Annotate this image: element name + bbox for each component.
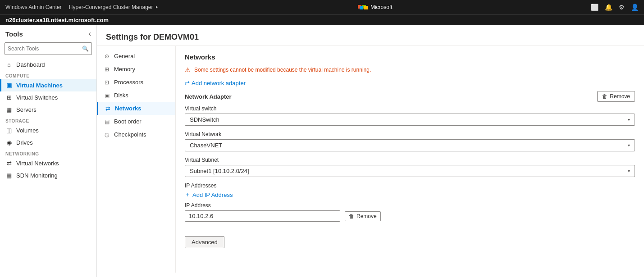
sidebar-item-label-volumes: Volumes <box>16 127 39 134</box>
topbar: Windows Admin Center Hyper-Converged Clu… <box>0 0 644 14</box>
sidebar-item-label-servers: Servers <box>16 106 37 113</box>
sidebar: Tools ‹ 🔍 ⌂ Dashboard COMPUTE ▣ Virtual … <box>0 25 97 277</box>
networks-section-title: Networks <box>185 53 635 61</box>
virtual-subnet-dropdown[interactable]: Subnet1 [10.10.2.0/24] ▾ <box>185 165 635 177</box>
virtual-network-value: ChaseVNET <box>190 142 222 149</box>
sidebar-item-volumes[interactable]: ◫ Volumes <box>0 124 96 137</box>
virtual-switch-field: Virtual switch SDNSwitch ▾ <box>185 105 635 126</box>
ip-row: IP Address 🗑 Remove <box>185 202 635 222</box>
nav-item-processors[interactable]: ⊡ Processors <box>97 76 175 89</box>
ip-addresses-label: IP Addresses <box>185 182 635 189</box>
chevron-down-icon-2: ▾ <box>628 143 630 148</box>
settings-nav: ⊙ General ⊞ Memory ⊡ Processors ▣ Disks … <box>97 46 176 273</box>
settings-page-title: Settings for DEMOVM01 <box>106 32 199 41</box>
cluster-hostname: n26cluster.sa18.nttest.microsoft.com <box>5 17 109 23</box>
add-network-adapter-link[interactable]: ⇄ Add network adapter <box>185 80 635 87</box>
chevron-down-icon-3: ▾ <box>628 169 630 173</box>
virtual-subnet-label: Virtual Subnet <box>185 157 635 163</box>
storage-section-label: STORAGE <box>0 116 96 124</box>
remove-adapter-button[interactable]: 🗑 Remove <box>597 91 635 102</box>
drives-icon: ◉ <box>5 139 13 146</box>
nav-item-boot-order[interactable]: ▤ Boot order <box>97 115 175 128</box>
memory-icon: ⊞ <box>103 66 110 73</box>
plus-icon: ＋ <box>185 191 191 199</box>
screen-icon[interactable]: ⬜ <box>591 4 598 11</box>
sidebar-collapse-button[interactable]: ‹ <box>89 30 91 38</box>
virtual-switch-label: Virtual switch <box>185 105 635 112</box>
nav-label-disks: Disks <box>114 92 128 99</box>
warning-bar: ⚠ Some settings cannot be modified becau… <box>185 66 635 73</box>
advanced-button[interactable]: Advanced <box>185 236 224 248</box>
virtual-network-field: Virtual Network ChaseVNET ▾ <box>185 131 635 151</box>
sidebar-title: Tools <box>5 30 23 38</box>
sidebar-item-virtual-switches[interactable]: ⊞ Virtual Switches <box>0 91 96 104</box>
servers-icon: ▦ <box>5 106 13 113</box>
virtual-network-label: Virtual Network <box>185 131 635 137</box>
sidebar-item-label-vswitches: Virtual Switches <box>16 94 58 101</box>
settings-icon[interactable]: ⚙ <box>619 4 625 11</box>
boot-order-icon: ▤ <box>103 118 110 125</box>
page-header: Settings for DEMOVM01 <box>97 25 644 46</box>
warning-icon: ⚠ <box>185 66 191 73</box>
add-ip-address-link[interactable]: ＋ Add IP Address <box>185 191 635 199</box>
disks-icon: ▣ <box>103 92 110 99</box>
nav-label-checkpoints: Checkpoints <box>114 131 146 138</box>
sidebar-item-drives[interactable]: ◉ Drives <box>0 137 96 149</box>
nav-label-networks: Networks <box>115 105 142 112</box>
search-tools-input[interactable] <box>5 46 79 52</box>
warning-text: Some settings cannot be modified because… <box>194 67 371 73</box>
trash-icon: 🗑 <box>602 93 607 100</box>
volumes-icon: ◫ <box>5 127 13 134</box>
nav-item-checkpoints[interactable]: ◷ Checkpoints <box>97 128 175 141</box>
remove-ip-button[interactable]: 🗑 Remove <box>345 211 381 221</box>
sidebar-item-virtual-networks[interactable]: ⇄ Virtual Networks <box>0 157 96 169</box>
microsoft-logo <box>358 5 368 9</box>
sidebar-item-virtual-machines[interactable]: ▣ Virtual Machines <box>0 79 96 91</box>
processors-icon: ⊡ <box>103 79 110 86</box>
search-tools-box[interactable]: 🔍 <box>5 42 92 55</box>
sidebar-item-sdn-monitoring[interactable]: ▤ SDN Monitoring <box>0 169 96 182</box>
adapter-label: Network Adapter <box>185 93 232 100</box>
virtual-switch-value: SDNSwitch <box>190 116 219 123</box>
nav-label-boot-order: Boot order <box>114 118 142 125</box>
sidebar-item-label-vnets: Virtual Networks <box>16 160 59 167</box>
nav-item-general[interactable]: ⊙ General <box>97 50 175 63</box>
sidebar-item-servers[interactable]: ▦ Servers <box>0 104 96 116</box>
user-icon[interactable]: 👤 <box>631 4 639 11</box>
virtual-switch-dropdown[interactable]: SDNSwitch ▾ <box>185 114 635 126</box>
networks-panel: Networks ⚠ Some settings cannot be modif… <box>176 46 644 273</box>
ip-address-field-label: IP Address <box>185 202 381 209</box>
virtual-subnet-field: Virtual Subnet Subnet1 [10.10.2.0/24] ▾ <box>185 157 635 177</box>
sdn-icon: ▤ <box>5 172 13 179</box>
networks-icon: ⇄ <box>104 105 111 112</box>
bell-icon[interactable]: 🔔 <box>605 4 612 11</box>
sidebar-item-label-sdn: SDN Monitoring <box>16 172 58 179</box>
sidebar-item-label-vms: Virtual Machines <box>16 82 63 89</box>
networking-section-label: NETWORKING <box>0 149 96 157</box>
trash-icon-2: 🗑 <box>349 213 354 219</box>
sidebar-item-dashboard[interactable]: ⌂ Dashboard <box>0 59 96 71</box>
nav-item-memory[interactable]: ⊞ Memory <box>97 63 175 76</box>
virtual-network-dropdown[interactable]: ChaseVNET ▾ <box>185 139 635 151</box>
general-icon: ⊙ <box>103 53 110 59</box>
vnet-icon: ⇄ <box>5 160 13 167</box>
add-icon: ⇄ <box>185 80 190 87</box>
adapter-section: Network Adapter 🗑 Remove Virtual switch … <box>185 91 635 222</box>
vswitch-icon: ⊞ <box>5 94 13 101</box>
ip-address-input[interactable] <box>185 210 340 222</box>
virtual-subnet-value: Subnet1 [10.10.2.0/24] <box>190 168 249 174</box>
nav-label-processors: Processors <box>114 79 143 86</box>
app-name: Windows Admin Center <box>5 4 62 10</box>
cluster-hostname-bar: n26cluster.sa18.nttest.microsoft.com <box>0 14 644 25</box>
nav-label-memory: Memory <box>114 66 135 73</box>
compute-section-label: COMPUTE <box>0 71 96 79</box>
nav-label-general: General <box>114 53 135 59</box>
nav-item-networks[interactable]: ⇄ Networks <box>97 102 175 115</box>
dashboard-icon: ⌂ <box>5 61 13 68</box>
ip-addresses-section: IP Addresses ＋ Add IP Address IP Address <box>185 182 635 222</box>
vm-icon: ▣ <box>5 82 13 89</box>
search-icon[interactable]: 🔍 <box>79 46 91 52</box>
checkpoints-icon: ◷ <box>103 132 110 138</box>
cluster-manager-label[interactable]: Hyper-Converged Cluster Manager <box>69 4 160 10</box>
nav-item-disks[interactable]: ▣ Disks <box>97 89 175 102</box>
